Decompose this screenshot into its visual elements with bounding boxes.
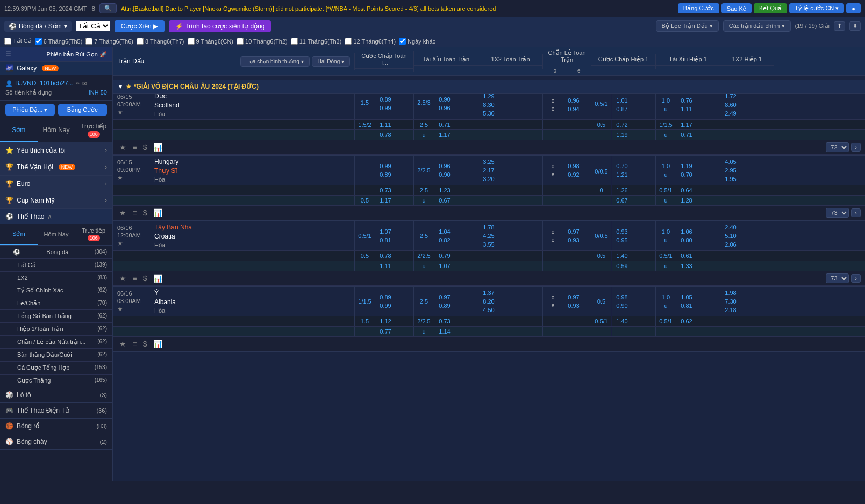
date-option-2[interactable]: 7 Tháng6(Th6) (85, 38, 133, 45)
date-option-1[interactable]: 6 Tháng6(Th5) (35, 38, 83, 45)
count-select-2[interactable]: 73 (826, 273, 849, 283)
cl-v1-2[interactable]: 0.97 (567, 228, 580, 235)
tx-sub-v-2[interactable]: 0.79 (438, 252, 451, 260)
tx-h1-v1-2[interactable]: 1.06 (680, 228, 693, 235)
chap-r4-v-2[interactable]: 1.11 (378, 262, 392, 270)
chap-r4-v-0[interactable]: 0.78 (378, 131, 392, 139)
favorites-header[interactable]: ⭐ Yêu thích của tôi › (0, 142, 112, 159)
tx-r4-v-0[interactable]: 1.17 (438, 131, 451, 139)
tx-h1-sub-v-1[interactable]: 0.64 (680, 186, 693, 194)
sao-ke-button[interactable]: Sao Kê (721, 3, 752, 13)
x2-h1-v2-3[interactable]: 7.30 (724, 298, 737, 305)
count-arrow-2[interactable]: › (851, 274, 861, 283)
action-money-2[interactable]: $ (141, 273, 149, 284)
x2-3[interactable]: 8.20 (482, 298, 495, 305)
tx-h1-v2-2[interactable]: 0.80 (680, 236, 693, 244)
tx-r4-v-2[interactable]: 1.07 (438, 262, 451, 270)
chap-h1-sub-line-0[interactable]: 0.5 (596, 121, 606, 128)
action-list-0[interactable]: ≡ (130, 142, 139, 153)
tx-h1-v2-3[interactable]: 0.81 (680, 302, 693, 309)
x2-1[interactable]: 2.17 (482, 167, 495, 174)
tx-sub-v-3[interactable]: 0.73 (438, 318, 451, 325)
match-star-3[interactable]: ★ (117, 305, 123, 313)
cl-v2-3[interactable]: 0.93 (567, 302, 580, 309)
x2-h1-v3-2[interactable]: 2.06 (724, 241, 737, 248)
action-star-1[interactable]: ★ (117, 207, 128, 218)
x2-h1-v2-1[interactable]: 2.95 (724, 167, 737, 174)
ket-qua-button[interactable]: Kết Quả (754, 3, 787, 13)
tx-v2-3[interactable]: 0.89 (438, 302, 451, 309)
chap-h1-v2-0[interactable]: 0.87 (615, 105, 628, 113)
toggle-button[interactable]: ● (846, 3, 861, 13)
chap-v1-2[interactable]: 1.07 (378, 228, 392, 235)
the-thao-tab-som[interactable]: Sớm (0, 224, 38, 245)
chap-v1-1[interactable]: 0.99 (378, 162, 392, 170)
tx-h1-sub-line-3[interactable]: 0.5/1 (658, 318, 673, 325)
tx-r4-v-3[interactable]: 1.14 (438, 328, 451, 335)
action-chart-3[interactable]: 📊 (151, 339, 165, 349)
match-star-1[interactable]: ★ (117, 174, 123, 182)
tx-v1-0[interactable]: 0.90 (438, 96, 451, 103)
count-select-1[interactable]: 73 (826, 208, 849, 218)
cac-tran-button[interactable]: Các trận đấu chính ▾ (723, 20, 791, 32)
tx-line-1-0[interactable]: 2.5/3 (416, 99, 431, 106)
sidebar-item-bong-da[interactable]: ⚽ Bóng đá (304) (0, 246, 112, 258)
sidebar-item-ca-cuoc-tong-hop[interactable]: Cá Cược Tổng Hợp (153) (0, 361, 112, 374)
tx-h1-sub-v-0[interactable]: 1.17 (680, 121, 693, 128)
phieu-dat-button[interactable]: Phiếu Đặ... ▾ (5, 104, 55, 116)
chap-h1-line2-1[interactable]: 0/0.5 (594, 168, 609, 175)
bang-cuoc-sidebar-button[interactable]: Bảng Cước (58, 104, 108, 116)
chap-h1-v1-0[interactable]: 1.01 (615, 97, 628, 104)
x2-h1-v1-3[interactable]: 1.98 (724, 289, 737, 297)
sidebar-item-the-thao-dien-tu[interactable]: 🎮 Thể Thao Điện Tử (36) (0, 403, 112, 419)
tx-h1-sub-line-2[interactable]: 0.5/1 (658, 252, 673, 260)
tx-v1-3[interactable]: 0.97 (438, 293, 451, 301)
cl-v2-0[interactable]: 0.94 (567, 105, 580, 113)
chap-h1-v2-2[interactable]: 0.95 (615, 236, 628, 244)
chap-r4-v-3[interactable]: 0.77 (378, 328, 392, 335)
search-button[interactable]: 🔍 (99, 3, 117, 13)
date-option-7[interactable]: 12 Tháng6(Th4) (345, 38, 396, 45)
x3-3[interactable]: 4.50 (482, 306, 495, 314)
chap-h1-r4-v-0[interactable]: 1.19 (615, 131, 628, 139)
date-checkbox-7[interactable] (345, 38, 352, 45)
chap-r4-v-1[interactable]: 1.17 (378, 197, 392, 204)
x3-2[interactable]: 3.55 (482, 241, 495, 248)
tx-h1-v2-0[interactable]: 1.11 (680, 105, 693, 113)
chap-h1-v1-2[interactable]: 0.93 (615, 228, 628, 235)
chap-h1-v1-3[interactable]: 0.98 (615, 293, 628, 301)
sidebar-item-1x2[interactable]: 1X2 (83) (0, 271, 112, 284)
tx-v1-2[interactable]: 1.04 (438, 228, 451, 235)
tx-h1-r4-v-2[interactable]: 1.33 (680, 262, 693, 270)
tx-v2-0[interactable]: 0.96 (438, 104, 451, 112)
tx-h1-sub-line-0[interactable]: 1/1.5 (658, 121, 673, 128)
chap-sub-v-3[interactable]: 1.12 (378, 318, 392, 325)
tx-v1-1[interactable]: 0.96 (438, 162, 451, 170)
sidebar-item-tat-ca[interactable]: Tất Cả (139) (0, 258, 112, 271)
chap-line-3[interactable]: 1/1.5 (357, 298, 372, 305)
chap-line-1-0[interactable]: 1.5 (360, 99, 370, 106)
chap-v2-2[interactable]: 0.81 (378, 236, 392, 244)
tx-line-2[interactable]: 2.5 (419, 232, 429, 240)
tx-h1-line-0[interactable]: 1.0 (661, 97, 671, 104)
date-checkbox-3[interactable] (137, 38, 144, 45)
sidebar-item-ty-so[interactable]: Tỷ Số Chính Xác (62) (0, 284, 112, 297)
tx-h1-v1-3[interactable]: 1.05 (680, 293, 693, 301)
x1-2[interactable]: 1.78 (482, 224, 495, 231)
collapse-icon[interactable]: ▼ (117, 83, 124, 90)
chap-h1-sub-line-2[interactable]: 0.5 (596, 252, 606, 260)
tx-sub-v-1[interactable]: 1.23 (438, 186, 451, 194)
chap-sub-v-2[interactable]: 0.78 (378, 252, 392, 260)
cuoc-xien-button[interactable]: Cược Xiên ▶ (115, 20, 165, 32)
tab-som[interactable]: Sớm (0, 119, 38, 142)
tx-h1-v1-0[interactable]: 0.76 (680, 97, 693, 104)
tx-sub-line-1[interactable]: 2.5 (419, 186, 429, 194)
x1-1[interactable]: 3.25 (482, 158, 495, 165)
x2-2[interactable]: 4.25 (482, 232, 495, 240)
chap-h1-line-0[interactable]: 0.5/1 (594, 100, 609, 107)
date-option-4[interactable]: 9 Tháng6(CN) (188, 38, 234, 45)
tab-truc-tiep[interactable]: Trực tiếp 106 (75, 119, 112, 142)
x2-h1-v2-2[interactable]: 5.10 (724, 232, 737, 240)
chap-v2-3[interactable]: 0.99 (378, 302, 392, 309)
x3-1[interactable]: 3.20 (482, 175, 495, 183)
